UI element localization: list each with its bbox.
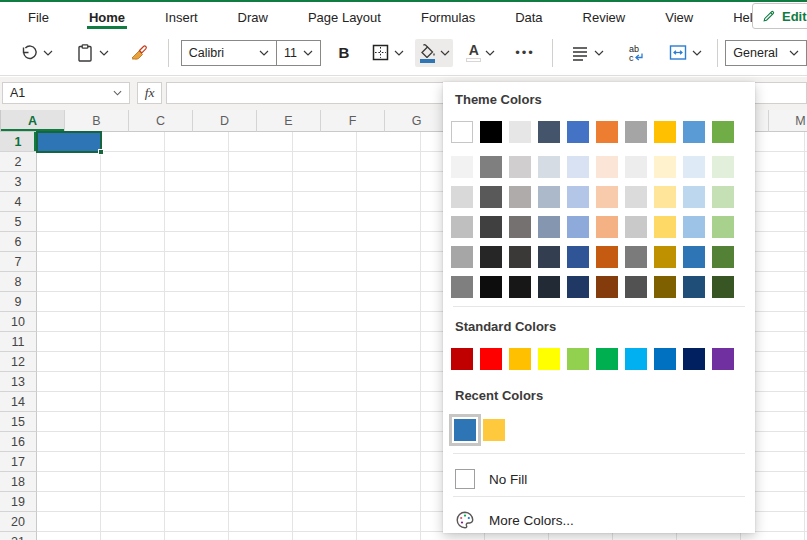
column-header-A[interactable]: A	[1, 110, 65, 132]
menu-tab-file[interactable]: File	[26, 4, 51, 29]
cell-A13[interactable]	[37, 372, 101, 392]
theme-color-swatch[interactable]	[712, 276, 734, 298]
paste-button[interactable]	[72, 39, 112, 67]
theme-color-swatch[interactable]	[451, 186, 473, 208]
cell-B2[interactable]	[101, 152, 165, 172]
cell-A12[interactable]	[37, 352, 101, 372]
row-header-9[interactable]: 9	[0, 292, 37, 312]
cell-B19[interactable]	[101, 492, 165, 512]
cell-F4[interactable]	[357, 192, 421, 212]
cell-C9[interactable]	[165, 292, 229, 312]
cell-E10[interactable]	[293, 312, 357, 332]
cell-B20[interactable]	[101, 512, 165, 532]
theme-color-swatch[interactable]	[451, 276, 473, 298]
cell-F1[interactable]	[357, 132, 421, 152]
cell-A6[interactable]	[37, 232, 101, 252]
cell-A15[interactable]	[37, 412, 101, 432]
column-header-M[interactable]: M	[769, 110, 807, 132]
recent-color-swatch[interactable]	[483, 419, 505, 441]
theme-color-swatch[interactable]	[567, 246, 589, 268]
cell-B9[interactable]	[101, 292, 165, 312]
cell-F13[interactable]	[357, 372, 421, 392]
row-header-7[interactable]: 7	[0, 252, 37, 272]
cell-D6[interactable]	[229, 232, 293, 252]
column-header-B[interactable]: B	[65, 110, 129, 132]
cell-D19[interactable]	[229, 492, 293, 512]
cell-C21[interactable]	[165, 532, 229, 540]
theme-color-swatch[interactable]	[538, 216, 560, 238]
merge-cells-button[interactable]	[665, 39, 705, 66]
cell-D3[interactable]	[229, 172, 293, 192]
cell-D18[interactable]	[229, 472, 293, 492]
cell-A5[interactable]	[37, 212, 101, 232]
cell-G21[interactable]	[421, 532, 485, 540]
theme-color-swatch[interactable]	[451, 121, 473, 143]
theme-color-swatch[interactable]	[654, 276, 676, 298]
cell-F20[interactable]	[357, 512, 421, 532]
cell-C8[interactable]	[165, 272, 229, 292]
select-all-corner[interactable]	[0, 110, 1, 132]
cell-D9[interactable]	[229, 292, 293, 312]
theme-color-swatch[interactable]	[683, 216, 705, 238]
cell-E11[interactable]	[293, 332, 357, 352]
theme-color-swatch[interactable]	[480, 246, 502, 268]
font-name-select[interactable]: Calibri	[181, 40, 277, 66]
cell-D12[interactable]	[229, 352, 293, 372]
column-header-F[interactable]: F	[321, 110, 385, 132]
cell-C20[interactable]	[165, 512, 229, 532]
theme-color-swatch[interactable]	[567, 156, 589, 178]
column-header-G[interactable]: G	[385, 110, 449, 132]
cell-A19[interactable]	[37, 492, 101, 512]
theme-color-swatch[interactable]	[625, 246, 647, 268]
cell-A9[interactable]	[37, 292, 101, 312]
cell-A1[interactable]	[37, 132, 101, 152]
wrap-text-button[interactable]: ab c	[623, 39, 651, 67]
standard-color-swatch[interactable]	[567, 348, 589, 370]
theme-color-swatch[interactable]	[480, 186, 502, 208]
cell-B7[interactable]	[101, 252, 165, 272]
theme-color-swatch[interactable]	[480, 156, 502, 178]
cell-A10[interactable]	[37, 312, 101, 332]
cell-C16[interactable]	[165, 432, 229, 452]
menu-tab-review[interactable]: Review	[581, 4, 628, 29]
theme-color-swatch[interactable]	[567, 121, 589, 143]
insert-function-button[interactable]: fx	[137, 82, 162, 104]
cell-E3[interactable]	[293, 172, 357, 192]
menu-tab-home[interactable]: Home	[87, 4, 127, 29]
standard-color-swatch[interactable]	[451, 348, 473, 370]
cell-C6[interactable]	[165, 232, 229, 252]
cell-B4[interactable]	[101, 192, 165, 212]
theme-color-swatch[interactable]	[712, 156, 734, 178]
cell-E12[interactable]	[293, 352, 357, 372]
menu-tab-data[interactable]: Data	[513, 4, 544, 29]
standard-color-swatch[interactable]	[480, 348, 502, 370]
theme-color-swatch[interactable]	[683, 276, 705, 298]
theme-color-swatch[interactable]	[538, 121, 560, 143]
cell-C10[interactable]	[165, 312, 229, 332]
cell-E21[interactable]	[293, 532, 357, 540]
row-header-18[interactable]: 18	[0, 472, 37, 492]
cell-D16[interactable]	[229, 432, 293, 452]
cell-A16[interactable]	[37, 432, 101, 452]
font-color-button[interactable]: A	[463, 39, 498, 66]
cell-E17[interactable]	[293, 452, 357, 472]
column-header-C[interactable]: C	[129, 110, 193, 132]
alignment-button[interactable]	[567, 40, 607, 66]
cell-E18[interactable]	[293, 472, 357, 492]
theme-color-swatch[interactable]	[480, 276, 502, 298]
theme-color-swatch[interactable]	[654, 156, 676, 178]
theme-color-swatch[interactable]	[451, 246, 473, 268]
cell-A11[interactable]	[37, 332, 101, 352]
theme-color-swatch[interactable]	[596, 246, 618, 268]
row-header-10[interactable]: 10	[0, 312, 37, 332]
cell-D21[interactable]	[229, 532, 293, 540]
cell-B10[interactable]	[101, 312, 165, 332]
cell-F17[interactable]	[357, 452, 421, 472]
theme-color-swatch[interactable]	[596, 156, 618, 178]
cell-E20[interactable]	[293, 512, 357, 532]
theme-color-swatch[interactable]	[451, 156, 473, 178]
theme-color-swatch[interactable]	[596, 276, 618, 298]
cell-C3[interactable]	[165, 172, 229, 192]
cell-E4[interactable]	[293, 192, 357, 212]
cell-D13[interactable]	[229, 372, 293, 392]
